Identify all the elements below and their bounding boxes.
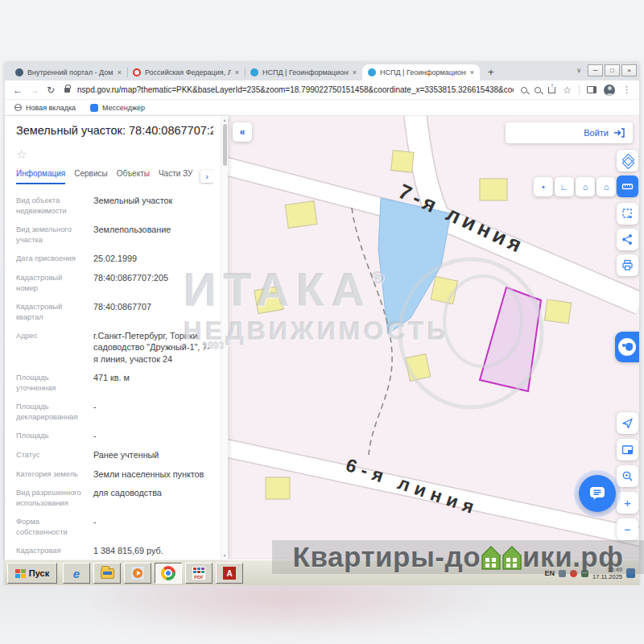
taskbar-media-button[interactable]: [124, 563, 151, 584]
tray-app-icon[interactable]: [581, 570, 588, 577]
measure-perimeter-button[interactable]: ⌂: [597, 177, 616, 196]
tabs-more-chevron-icon[interactable]: ›: [200, 170, 213, 183]
divider: [579, 85, 580, 95]
chevron-down-icon[interactable]: ∨: [576, 67, 581, 74]
taskbar-chrome-button-active[interactable]: [155, 563, 182, 584]
taskbar-ie-button[interactable]: e: [63, 563, 90, 584]
panel-scrollbar[interactable]: ▲ ▼: [221, 116, 228, 559]
locate-me-button[interactable]: [617, 412, 638, 434]
chrome-icon: [161, 566, 175, 580]
layers-icon: [623, 156, 633, 166]
browser-tab-4-active[interactable]: НСПД | Геоинформационный пор ×: [362, 64, 480, 80]
bookmark-new-tab[interactable]: Новая вкладка: [14, 104, 76, 112]
field-row: Форма собственности-: [16, 516, 213, 538]
favorite-star-icon[interactable]: ☆: [16, 147, 31, 162]
mascot-assistant-tab[interactable]: [615, 332, 639, 362]
minimap-button[interactable]: [617, 439, 638, 460]
sidebar-icon[interactable]: [587, 86, 597, 93]
search-icon[interactable]: [521, 87, 527, 93]
field-row: Адресг.Санкт-Петербург, Торики, садоводс…: [16, 330, 213, 365]
parcel-info-panel: Земельный участок: 78:40:0867707:205 ☆ И…: [5, 116, 228, 559]
url-field[interactable]: nspd.gov.ru/map?thematic=PKK&baseLayerId…: [77, 85, 514, 94]
measure-point-button[interactable]: •: [534, 177, 553, 196]
field-label: Статус: [16, 449, 85, 461]
browser-tab-1[interactable]: Внутренний портал - Домашняя ×: [10, 64, 127, 80]
keyboard-layout-icon[interactable]: [626, 568, 635, 578]
bookmark-messenger[interactable]: Мессенджер: [90, 104, 145, 112]
restore-button[interactable]: □: [605, 64, 620, 76]
map-canvas[interactable]: 7-я линия 6-я линия « Войти • ∟ ⌂ ⌂: [228, 116, 639, 559]
field-row: Кадастровый номер78:40:0867707:205: [16, 272, 213, 294]
chat-fab-button[interactable]: [579, 475, 616, 512]
zoom-out-button[interactable]: −: [617, 518, 638, 540]
field-label: Адрес: [16, 330, 85, 365]
minimap-icon: [621, 444, 634, 456]
start-button[interactable]: Пуск: [7, 563, 57, 584]
new-tab-button[interactable]: +: [488, 67, 494, 77]
field-row: Площадь-: [16, 430, 213, 442]
clock[interactable]: 15:49 17.11.2025: [592, 566, 622, 581]
tab-parcel-parts[interactable]: Части ЗУ: [159, 169, 192, 184]
tab-close-icon[interactable]: ×: [118, 68, 122, 76]
globe-favicon-icon: [15, 68, 23, 76]
back-icon[interactable]: ←: [13, 85, 23, 95]
taskbar-folder-button[interactable]: [93, 563, 121, 584]
scrollbar-thumb[interactable]: [223, 124, 228, 166]
tab-title: Российская Федерация, Ленингра: [145, 68, 231, 76]
tab-information[interactable]: Информация: [16, 169, 65, 184]
zoom-search-icon[interactable]: [535, 87, 541, 93]
printer-icon: [621, 259, 634, 271]
browser-window: Внутренний портал - Домашняя × Российска…: [5, 63, 639, 559]
field-value: для садоводства: [93, 487, 213, 509]
reload-icon[interactable]: ↻: [47, 85, 55, 95]
login-arrow-icon: [613, 128, 625, 138]
chat-bubble-icon: [588, 485, 606, 502]
login-button[interactable]: Войти: [506, 122, 633, 143]
field-value: 78:40:0867707: [93, 301, 213, 323]
close-button[interactable]: ×: [621, 64, 637, 76]
minimize-button[interactable]: ─: [588, 64, 603, 76]
layers-button[interactable]: [617, 150, 638, 171]
field-label: Кадастровая стоимость: [16, 545, 85, 559]
tray-alert-icon[interactable]: [570, 570, 577, 577]
tab-objects[interactable]: Объекты: [117, 169, 150, 184]
tab-services[interactable]: Сервисы: [74, 169, 107, 184]
highlighted-parcel-polygon: [480, 287, 541, 391]
tray-app-icon[interactable]: [559, 570, 566, 577]
menu-kebab-icon[interactable]: ⋮: [622, 85, 631, 95]
scroll-up-icon[interactable]: ▲: [223, 118, 227, 122]
point-icon: •: [542, 182, 545, 192]
language-indicator[interactable]: EN: [545, 569, 555, 577]
field-value: -: [93, 516, 213, 538]
screenshot-bottom-blur: [0, 585, 644, 644]
profile-avatar[interactable]: [604, 85, 615, 96]
forward-icon[interactable]: →: [30, 85, 39, 95]
field-label: Форма собственности: [16, 516, 85, 538]
ruler-icon: [621, 180, 634, 192]
select-area-button[interactable]: [617, 203, 638, 225]
measure-area-button[interactable]: ⌂: [576, 177, 595, 196]
lock-icon[interactable]: [64, 88, 70, 93]
tab-close-icon[interactable]: ×: [470, 68, 474, 76]
zoom-in-button[interactable]: +: [617, 492, 638, 514]
browser-tab-2[interactable]: Российская Федерация, Ленингра ×: [127, 64, 245, 80]
field-label: Кадастровый квартал: [16, 301, 85, 323]
tab-close-icon[interactable]: ×: [235, 68, 239, 76]
share-icon[interactable]: [548, 87, 555, 93]
taskbar-acrobat-button[interactable]: A: [216, 563, 243, 584]
tab-close-icon[interactable]: ×: [353, 68, 357, 76]
taskbar-pdf-tool-button[interactable]: PDF: [185, 563, 213, 584]
collapse-panel-button[interactable]: «: [233, 122, 252, 142]
tab-strip: Внутренний портал - Домашняя × Российска…: [5, 63, 639, 80]
print-button[interactable]: [617, 254, 638, 276]
search-on-map-button[interactable]: [617, 465, 638, 487]
browser-tab-3[interactable]: НСПД | Геоинформационный пор ×: [245, 64, 362, 80]
bookmark-star-icon[interactable]: ☆: [563, 85, 572, 95]
share-map-button[interactable]: [617, 229, 638, 250]
field-value: 471 кв. м: [93, 372, 213, 394]
measure-ruler-button-active[interactable]: [617, 175, 638, 197]
measure-angle-button[interactable]: ∟: [555, 177, 574, 196]
address-bar: ← → ↻ nspd.gov.ru/map?thematic=PKK&baseL…: [5, 80, 639, 100]
minus-icon: −: [624, 522, 631, 536]
scroll-down-icon[interactable]: ▼: [223, 553, 227, 558]
